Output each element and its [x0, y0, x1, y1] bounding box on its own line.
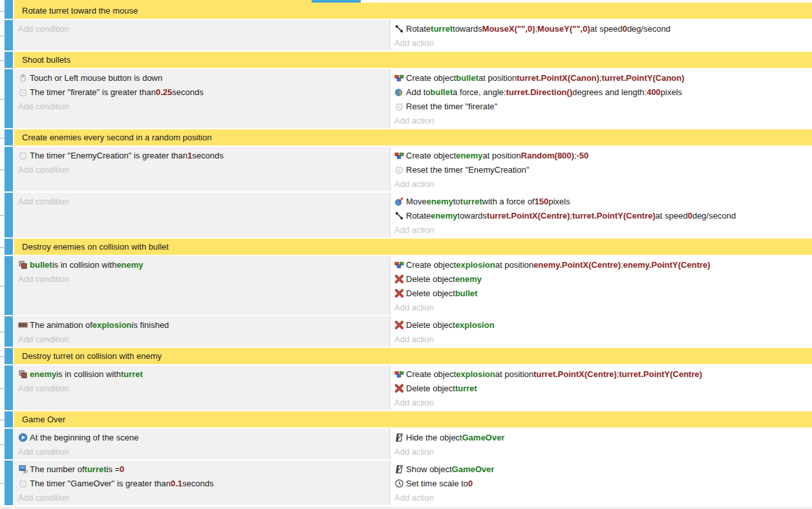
- delete-icon: [394, 274, 404, 284]
- condition-row[interactable]: The timer "GameOver" is greater than 0.1…: [14, 476, 390, 490]
- text-segment: Delete object: [406, 320, 455, 330]
- text-segment: bullet: [431, 87, 453, 97]
- event-selection-bar[interactable]: [5, 3, 13, 19]
- add-condition-button[interactable]: Add condition: [14, 21, 390, 36]
- add-action-button[interactable]: Add action: [390, 222, 812, 237]
- event-selection-bar[interactable]: [5, 52, 13, 68]
- action-row[interactable]: Reset the timer "firerate": [390, 99, 812, 113]
- text-segment: 0: [688, 211, 692, 221]
- group-title[interactable]: Create enemies every second in a random …: [14, 129, 812, 146]
- condition-row[interactable]: The timer "firerate" is greater than 0.2…: [14, 85, 390, 99]
- event-selection-bar[interactable]: [5, 460, 13, 505]
- action-row[interactable]: Move enemy to turret with a force of 150…: [390, 194, 812, 208]
- condition-row[interactable]: The timer "EnemyCreation" is greater tha…: [14, 148, 390, 162]
- add-action-button[interactable]: Add action: [390, 332, 812, 346]
- text-segment: The timer "EnemyCreation" is greater tha…: [30, 151, 187, 160]
- add-action-button[interactable]: Add action: [390, 177, 812, 191]
- text-segment: enemy.PointY(Centre): [623, 260, 710, 270]
- text-segment: at speed: [656, 211, 688, 221]
- action-row[interactable]: Show object GameOver: [390, 462, 812, 476]
- event-selection-bar[interactable]: [5, 69, 13, 128]
- action-row[interactable]: Delete object turret: [390, 381, 812, 395]
- add-condition-button[interactable]: Add condition: [14, 444, 390, 459]
- add-condition-button[interactable]: Add condition: [14, 162, 390, 177]
- conditions-column: Add condition: [14, 193, 390, 237]
- text-segment: The timer "firerate" is greater than: [30, 87, 156, 97]
- add-action-button[interactable]: Add action: [390, 36, 812, 50]
- condition-row[interactable]: x?The number of turret is = 0: [14, 462, 390, 476]
- event-selection-bar[interactable]: [5, 365, 13, 410]
- condition-row[interactable]: enemy is in collision with turret: [14, 367, 390, 381]
- action-row[interactable]: Delete object enemy: [390, 272, 812, 286]
- add-action-button[interactable]: Add action: [390, 395, 812, 409]
- text-segment: bullet: [456, 73, 478, 83]
- action-row[interactable]: Create object explosion at position turr…: [390, 367, 812, 381]
- add-action-button[interactable]: Add action: [390, 490, 812, 504]
- condition-row[interactable]: Touch or Left mouse button is down: [14, 70, 390, 85]
- event-selection-bar[interactable]: [5, 129, 13, 146]
- action-row[interactable]: Rotate turret towards MouseX("",0);Mouse…: [390, 21, 812, 36]
- action-row[interactable]: Delete object explosion: [390, 318, 812, 332]
- conditions-column: enemy is in collision with turretAdd con…: [14, 365, 390, 410]
- event-gutter: [0, 52, 5, 68]
- event-selection-bar[interactable]: [5, 20, 13, 50]
- event-block: Add conditionMove enemy to turret with a…: [0, 193, 812, 237]
- text-segment: enemy.PointX(Centre): [533, 260, 621, 270]
- gutter-tick: [0, 420, 4, 420]
- group-comment-block: Shoot bullets: [0, 52, 812, 68]
- event-selection-bar[interactable]: [5, 239, 13, 255]
- collision-icon: [17, 369, 28, 379]
- add-condition-button[interactable]: Add condition: [14, 272, 390, 286]
- event-selection-bar[interactable]: [5, 193, 13, 237]
- event-gutter: [0, 348, 5, 364]
- add-condition-button[interactable]: Add condition: [14, 490, 390, 504]
- text-segment: towards: [458, 211, 487, 221]
- add-action-button[interactable]: Add action: [390, 444, 812, 459]
- add-condition-button[interactable]: Add condition: [14, 99, 390, 113]
- action-row[interactable]: Create object bullet at position turret.…: [390, 70, 812, 85]
- action-row[interactable]: Create object explosion at position enem…: [390, 257, 812, 272]
- action-row[interactable]: Rotate enemy towards turret.PointX(Centr…: [390, 208, 812, 222]
- group-comment-block: Game Over: [0, 411, 812, 428]
- add-action-button[interactable]: Add action: [390, 300, 812, 314]
- group-title[interactable]: Rotate turret toward the mouse: [14, 3, 812, 19]
- condition-row[interactable]: The animation of explosion is finished: [14, 318, 390, 332]
- event-selection-bar[interactable]: [5, 429, 13, 459]
- event-selection-bar[interactable]: [5, 411, 13, 428]
- group-title[interactable]: Destroy enemies on collision with bullet: [14, 239, 812, 255]
- action-row[interactable]: Hide the object GameOver: [390, 430, 812, 444]
- group-title[interactable]: Game Over: [14, 411, 812, 428]
- text-segment: turret: [121, 369, 143, 379]
- action-row[interactable]: Reset the timer "EnemyCreation": [390, 162, 812, 177]
- group-title[interactable]: Destroy turret on collision with enemy: [14, 348, 812, 364]
- text-segment: 0: [623, 24, 627, 34]
- add-action-button[interactable]: Add action: [390, 113, 812, 127]
- action-row[interactable]: Create object enemy at position Random(8…: [390, 148, 812, 162]
- event-block: bullet is in collision with enemyAdd con…: [0, 256, 812, 315]
- condition-row[interactable]: bullet is in collision with enemy: [14, 257, 390, 272]
- add-condition-button[interactable]: Add condition: [14, 332, 390, 346]
- text-segment: at speed: [590, 24, 623, 34]
- action-row[interactable]: Set time scale to 0: [390, 476, 812, 490]
- text-segment: -50: [577, 151, 589, 160]
- create-icon: [394, 369, 404, 379]
- event-blocks-container: Rotate turret toward the mouseAdd condit…: [0, 3, 812, 505]
- group-title[interactable]: Shoot bullets: [14, 52, 812, 68]
- action-row[interactable]: Delete object bullet: [390, 286, 812, 300]
- text-segment: Random(800): [521, 151, 574, 160]
- condition-row[interactable]: At the beginning of the scene: [14, 430, 390, 444]
- event-selection-bar[interactable]: [5, 147, 13, 191]
- text-segment: explosion: [455, 320, 495, 330]
- event-selection-bar[interactable]: [5, 256, 13, 315]
- text-segment: 0: [468, 479, 473, 488]
- action-row[interactable]: Add to bullet a force, angle: turret.Dir…: [390, 85, 812, 99]
- text-segment: Rotate: [406, 211, 431, 221]
- add-condition-button[interactable]: Add condition: [14, 381, 390, 395]
- event-selection-bar[interactable]: [5, 348, 13, 364]
- text-segment: at position: [478, 73, 517, 83]
- group-comment-block: Destroy turret on collision with enemy: [0, 348, 812, 364]
- add-condition-button[interactable]: Add condition: [14, 194, 390, 208]
- event-selection-bar[interactable]: [5, 316, 13, 347]
- delete-icon: [394, 319, 404, 330]
- text-segment: turret.PointY(Canon): [602, 73, 685, 83]
